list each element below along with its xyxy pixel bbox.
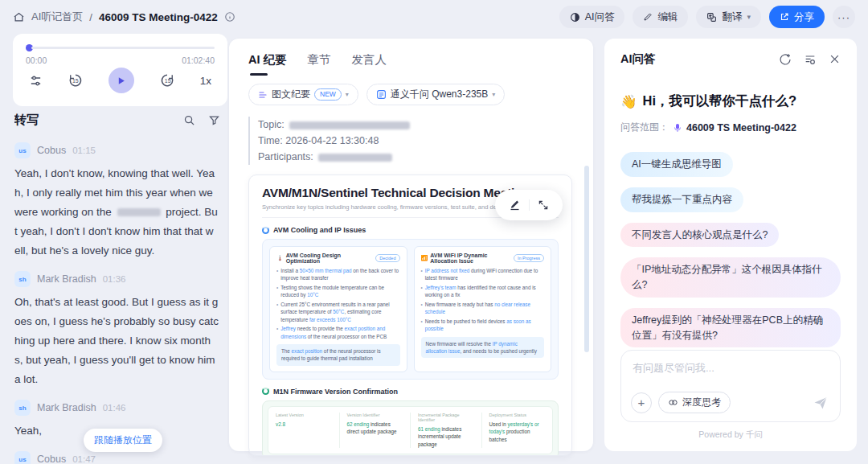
summary-tabs: AI 纪要章节发言人	[229, 39, 593, 76]
meeting-meta: Topic: Time: 2026-04-22 13:30:48 Partici…	[248, 117, 574, 165]
bullet-item: IP address not fixed during WiFi connect…	[421, 267, 545, 282]
section-donut-icon	[262, 227, 269, 234]
ai-qa-panel: AI问答 👋 Hi，我可以帮你干点什么? 问答范围： 46009 TS Meet…	[604, 39, 857, 451]
breadcrumb: AI听记首页 / 46009 TS Meeting-0422	[13, 10, 235, 24]
transcript-entry-meta: usCobus01:15	[14, 142, 223, 158]
column-header: Version Identifier	[347, 413, 403, 417]
timestamp[interactable]: 01:46	[103, 403, 126, 413]
topic-card-header: 🌡️AVM Cooling Design OptimizationDecided	[276, 253, 400, 264]
status-badge: Decided	[375, 254, 399, 263]
qa-suggestion-chip[interactable]: 帮我提炼一下重点内容	[620, 187, 743, 212]
attach-button[interactable]: +	[631, 392, 652, 413]
column-value: 62 ending indicates direct update packag…	[347, 421, 403, 436]
redacted-text	[117, 208, 161, 216]
bullet-item: New firmware is ready but has no clear r…	[421, 301, 545, 316]
table-column: Version Identifier62 ending indicates di…	[339, 413, 411, 448]
column-value: 61 ending indicates incremental update p…	[418, 425, 474, 448]
translate-button[interactable]: 翻译 ▾	[696, 6, 761, 28]
play-button[interactable]	[108, 68, 134, 93]
expand-document-icon[interactable]	[538, 199, 549, 211]
summary-panel: AI 纪要章节发言人 图文纪要 NEW ▾ 通义千问 Qwen3-235B ▾ …	[229, 39, 593, 451]
share-button[interactable]: 分享	[769, 6, 825, 28]
qa-suggestion-chip[interactable]: 「IP地址动态分配异常」这个根因具体指什么?	[620, 257, 841, 298]
table-column: Latest Versionv2.8	[268, 413, 339, 448]
ai-qa-button[interactable]: AI问答	[559, 6, 625, 28]
tab-ai-summary[interactable]: AI 纪要	[248, 52, 287, 76]
deep-think-toggle[interactable]: 深度思考	[658, 392, 731, 413]
column-header: Deployment Status	[489, 413, 546, 417]
summary-document-preview[interactable]: AVM/M1N/Sentinel Technical Decision Meet…	[248, 175, 572, 456]
qa-suggestion-chip[interactable]: 不同发言人的核心观点是什么?	[620, 223, 779, 248]
chevron-down-icon: ▾	[346, 91, 349, 98]
page-title: 46009 TS Meeting-0422	[99, 11, 218, 23]
search-icon[interactable]	[183, 114, 195, 126]
column-value: Used in yesterday's or today's productio…	[489, 421, 546, 443]
rewind-15-icon[interactable]: 15	[68, 72, 84, 88]
qa-suggestions: AI一键生成思维导图帮我提炼一下重点内容不同发言人的核心观点是什么?「IP地址动…	[620, 152, 841, 347]
transcript-entry[interactable]: usCobus01:15Yeah, I don't know, knowing …	[14, 142, 223, 261]
info-icon[interactable]	[224, 11, 235, 23]
more-button[interactable]: ···	[833, 6, 855, 28]
qa-scope-label: 问答范围：	[620, 121, 669, 134]
transcript-entry[interactable]: usCobus01:47 no, no, for sure. Okay, um,…	[14, 451, 223, 464]
tab-chapters[interactable]: 章节	[308, 52, 331, 76]
edit-document-icon[interactable]	[509, 199, 521, 211]
status-badge: In Progress	[514, 254, 544, 263]
transcript-list: usCobus01:15Yeah, I don't know, knowing …	[14, 142, 223, 464]
transcript-entry[interactable]: shMark Bradish01:36Oh, that's at least g…	[14, 271, 223, 389]
redacted-participants	[318, 154, 392, 162]
document-toolbar	[495, 190, 563, 220]
playback-settings-icon[interactable]	[29, 74, 43, 88]
home-icon[interactable]	[13, 11, 25, 23]
timestamp[interactable]: 01:36	[103, 274, 126, 284]
qa-input-box[interactable]: 有问题尽管问我... + 深度思考	[620, 350, 841, 422]
document-body: AVM Cooling and IP Issues🌡️AVM Cooling D…	[262, 226, 559, 456]
close-icon[interactable]	[829, 53, 841, 65]
transcript-text: Yeah, I don't know, knowing that well. Y…	[14, 164, 219, 261]
rich-summary-icon	[258, 90, 268, 100]
column-header: Latest Version	[276, 413, 332, 417]
topic-card-header: 📶AVM WiFi IP Dynamic Allocation IssueIn …	[421, 253, 545, 264]
table-column: Deployment StatusUsed in yesterday's or …	[481, 413, 553, 448]
audio-player: 00:00 01:02:40 15 15 1x	[13, 34, 227, 106]
follow-playback-pill[interactable]: 跟随播放位置	[84, 429, 162, 452]
progress-track[interactable]	[31, 47, 215, 49]
tab-speakers[interactable]: 发言人	[352, 52, 387, 76]
bullet-item: Install a 50×50 mm thermal pad on the ba…	[276, 267, 400, 282]
powered-by: Powered by 千问	[604, 429, 857, 441]
bullet-item: Jeffrey's team has identified the root c…	[421, 284, 545, 299]
speaker-name: Mark Bradish	[37, 402, 96, 413]
forward-15-icon[interactable]: 15	[159, 72, 175, 88]
top-bar: AI听记首页 / 46009 TS Meeting-0422 AI问答 编辑 翻…	[0, 0, 868, 34]
edit-button[interactable]: 编辑	[633, 6, 688, 28]
breadcrumb-home[interactable]: AI听记首页	[31, 10, 83, 24]
new-chat-icon[interactable]	[779, 53, 792, 66]
column-header: Incremental Package Identifier	[418, 413, 474, 422]
model-selector-chip[interactable]: 通义千问 Qwen3-235B ▾	[366, 84, 505, 105]
total-duration: 01:02:40	[182, 55, 215, 65]
timestamp[interactable]: 01:47	[72, 454, 96, 464]
qa-scope-value: 46009 TS Meeting-0422	[686, 122, 796, 133]
deep-think-icon	[668, 397, 678, 408]
speaker-name: Cobus	[37, 454, 66, 464]
bullet-item: Needs to be pushed to field devices as s…	[421, 318, 545, 333]
qa-suggestion-chip[interactable]: Jeffrey提到的「神经处理器在PCB上的精确位置」有没有提供?	[620, 308, 841, 348]
progress-bar[interactable]	[26, 43, 215, 51]
topic-card[interactable]: 🌡️AVM Cooling Design OptimizationDecided…	[269, 246, 407, 372]
topic-note: The exact position of the neural process…	[276, 344, 400, 366]
filter-icon[interactable]	[208, 114, 220, 126]
summary-style-chip[interactable]: 图文纪要 NEW ▾	[248, 84, 358, 105]
timestamp[interactable]: 01:15	[72, 146, 96, 155]
send-icon[interactable]	[813, 395, 829, 411]
avatar: sh	[14, 271, 31, 287]
chevron-down-icon: ▾	[747, 13, 751, 21]
speaker-name: Cobus	[37, 145, 66, 156]
history-icon[interactable]	[804, 53, 817, 66]
qa-suggestion-chip[interactable]: AI一键生成思维导图	[620, 152, 733, 177]
scrollbar[interactable]	[584, 166, 589, 352]
speed-control[interactable]: 1x	[200, 75, 211, 87]
pencil-icon	[643, 12, 653, 22]
topic-card[interactable]: 📶AVM WiFi IP Dynamic Allocation IssueIn …	[414, 246, 552, 372]
contrast-circle-icon	[570, 12, 580, 23]
transcript-text: Oh, that's at least good. But I guess as…	[14, 293, 219, 389]
